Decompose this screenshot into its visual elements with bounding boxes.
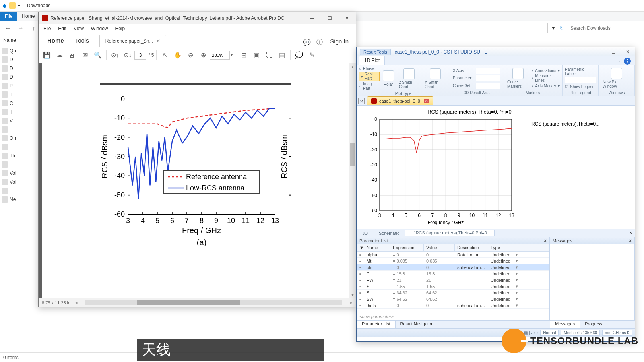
select-icon[interactable]: ↖ [159, 49, 171, 61]
parameter-list-tab[interactable]: Parameter List [357, 321, 396, 328]
forward-button[interactable]: → [15, 23, 26, 34]
nav-item[interactable]: Ne [0, 195, 22, 204]
nav-item[interactable] [0, 143, 22, 151]
param-row[interactable]: ▪SL= 64.6264.62Undefined▾ [357, 290, 549, 296]
close-panel-icon[interactable]: ✕ [358, 98, 365, 104]
curveset-field[interactable]: Curve Set: [453, 82, 500, 89]
minimize-button[interactable]: — [592, 47, 606, 56]
imag-part-option[interactable]: ○ Imag. Part [359, 81, 380, 91]
nav-item[interactable]: Vol [0, 169, 22, 178]
curve-markers-button[interactable]: Curve Markers [506, 67, 531, 89]
progress-tab[interactable]: Progress [580, 321, 607, 328]
hand-icon[interactable]: ✋ [172, 49, 184, 61]
help-icon[interactable]: ⓘ [315, 37, 324, 47]
highlight-icon[interactable]: ✎ [306, 49, 318, 61]
measure-lines-button[interactable]: ▪ Measure Lines [532, 74, 560, 83]
parameter-field[interactable]: Parameter: [453, 75, 500, 82]
nav-item[interactable]: Qu [0, 46, 22, 55]
nav-item[interactable]: V [0, 116, 22, 125]
smith-button[interactable]: 2 Smith Chart [397, 68, 421, 90]
maximize-button[interactable]: ☐ [321, 12, 338, 24]
nav-item[interactable]: D [0, 55, 22, 64]
parametric-label-field[interactable]: Parametric Label: [565, 67, 596, 76]
maximize-button[interactable]: ☐ [606, 47, 621, 56]
nav-item[interactable]: 1 [0, 90, 22, 99]
search-input[interactable] [568, 23, 639, 33]
ysmith-button[interactable]: Y Smith Chart [423, 68, 448, 90]
read-mode-icon[interactable]: ▤ [276, 49, 288, 61]
close-icon[interactable]: ✕ [628, 238, 632, 244]
addr-dropdown[interactable]: ▼ [551, 25, 556, 31]
param-row[interactable]: ▪PW= 2121Undefined▾ [357, 277, 549, 283]
acrobat-document-area[interactable]: 3456789101112130-10-20-30-40-50-60Refere… [39, 63, 356, 298]
x-axis-field[interactable]: X Axis: [453, 67, 500, 74]
param-row[interactable]: ▪SH= 1.551.55Undefined▾ [357, 283, 549, 290]
param-row[interactable]: ▪SW= 64.6264.62Undefined▾ [357, 296, 549, 302]
zoom-out-icon[interactable]: ⊖ [184, 49, 196, 61]
prev-page-icon[interactable]: ⊙↑ [109, 49, 121, 61]
new-parameter[interactable]: <new parameter> [357, 314, 549, 320]
sign-in-link[interactable]: Sign In [326, 35, 353, 47]
page-input[interactable] [134, 51, 146, 60]
document-tab[interactable]: Reference paper_Sh... ✕ [99, 35, 167, 47]
schematic-tab[interactable]: Schematic [373, 230, 405, 236]
annotations-button[interactable]: ▪ Annotations ▾ [532, 68, 560, 73]
parametric-input[interactable] [565, 77, 596, 84]
param-row[interactable]: ▪theta= 00spherical angle...Undefined▾ [357, 302, 549, 309]
close-tab-icon[interactable]: ✕ [424, 99, 429, 103]
phase-option[interactable]: ○ Phase [359, 66, 380, 71]
param-row[interactable]: ▪Mt= 0.0350.035Undefined▾ [357, 258, 549, 264]
param-row[interactable]: ▪alpha= 00Rotation angle ...Undefined▾ [357, 252, 549, 258]
fullscreen-icon[interactable]: ⛶ [263, 49, 275, 61]
nav-item[interactable]: P [0, 81, 22, 90]
file-tab[interactable]: File [0, 12, 17, 21]
nav-item[interactable] [0, 125, 22, 134]
nav-item[interactable]: On [0, 134, 22, 143]
vertical-scrollbar[interactable]: ▴ ▾ [349, 63, 356, 298]
real-part-option[interactable]: ● Real Part [359, 72, 380, 81]
polar-button[interactable]: Polar [381, 70, 396, 87]
nav-item[interactable]: Th [0, 151, 22, 160]
print-icon[interactable]: 🖨 [66, 49, 78, 61]
nav-item[interactable] [0, 160, 22, 169]
result-navigator-tab[interactable]: Result Navigator [396, 321, 437, 328]
home-tab[interactable]: Home [17, 12, 39, 21]
tools-tab[interactable]: Tools [70, 34, 95, 47]
content-tab[interactable]: case1_theta-pol_0_0* ✕ [367, 96, 433, 105]
close-tab-icon[interactable]: ✕ [156, 38, 160, 44]
menu-edit[interactable]: Edit [55, 25, 70, 32]
refresh-button[interactable]: ↻ [560, 25, 564, 31]
menu-window[interactable]: Window [88, 25, 111, 32]
up-button[interactable]: ↑ [28, 23, 39, 34]
fit-page-icon[interactable]: ▣ [250, 49, 262, 61]
help-icon[interactable]: ? [624, 58, 631, 65]
menu-file[interactable]: File [40, 25, 54, 32]
3d-tab[interactable]: 3D [357, 230, 373, 236]
cloud-icon[interactable]: ☁ [54, 49, 66, 61]
close-icon[interactable]: ✕ [543, 238, 547, 244]
nav-item[interactable]: T [0, 108, 22, 116]
save-icon[interactable]: 💾 [41, 49, 53, 61]
home-tab[interactable]: Home [42, 34, 70, 47]
nav-item[interactable]: D [0, 73, 22, 81]
param-row[interactable]: ▪PL= 15.315.3Undefined▾ [357, 271, 549, 277]
zoom-in-icon[interactable]: ⊕ [197, 49, 209, 61]
close-panel-icon[interactable]: ✕ [627, 230, 635, 236]
nav-item[interactable]: C [0, 99, 22, 108]
1d-plot-tab[interactable]: 1D Plot [359, 56, 385, 65]
scrollbar-thumb[interactable] [350, 143, 355, 166]
name-column[interactable]: Name [3, 37, 16, 43]
nav-item[interactable] [0, 186, 22, 195]
menu-view[interactable]: View [70, 25, 87, 32]
show-legend-check[interactable]: ☑ Show Legend [565, 84, 596, 89]
next-page-icon[interactable]: ⊙↓ [122, 49, 134, 61]
new-plot-window-button[interactable]: New Plot Window [601, 67, 632, 89]
zoom-input[interactable] [210, 51, 230, 60]
comment-icon[interactable]: 💭 [293, 49, 305, 61]
chat-icon[interactable]: 💬 [302, 37, 312, 47]
close-button[interactable]: ✕ [338, 12, 356, 24]
nav-item[interactable]: Vol [0, 178, 22, 186]
rcs-result-tab[interactable]: ...\RCS (square meters),Theta=0,Phi=0 [405, 230, 494, 236]
fit-width-icon[interactable]: ⊞ [238, 49, 250, 61]
close-button[interactable]: ✕ [621, 47, 635, 56]
